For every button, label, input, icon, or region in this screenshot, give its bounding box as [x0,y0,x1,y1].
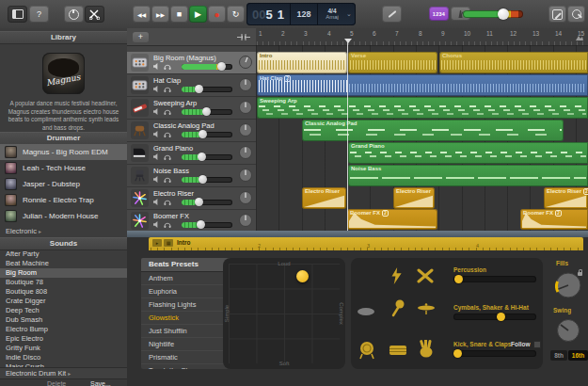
editor-region-header[interactable]: ▸ ▦ Intro 2 3 4 [149,237,583,250]
eighth-note-button[interactable]: 8th [550,350,567,361]
master-volume-knob[interactable] [498,8,509,20]
stop-button[interactable]: ■ [170,6,188,23]
track-resize-icon[interactable] [237,33,250,41]
region-boomer-fx[interactable]: Boomer FX2 [520,209,588,230]
lcd-display[interactable]: 00 5 1 128 4/4 Amaj ⌄ [246,3,356,25]
sound-item[interactable]: Dub Smash [0,315,127,325]
rewind-button[interactable]: ◀◀ [133,6,151,23]
sound-item[interactable]: Indie Disco [0,353,127,362]
solo-headphones-icon[interactable] [164,153,171,160]
loop-browser-button[interactable] [567,6,585,23]
genre-disclosure[interactable]: Electronic ▸ [6,227,41,235]
kit-disclosure[interactable]: Electronic Drum Kit ▸ [0,367,127,378]
cycle-button[interactable]: ↻ [227,6,245,23]
tuner-button[interactable] [382,6,402,23]
track-row[interactable]: Sweeping Arp [127,97,256,120]
mute-icon[interactable] [153,176,160,183]
drummer-item[interactable]: Julian - Modern House [0,208,127,224]
notepad-button[interactable] [548,6,566,23]
xy-puck[interactable] [296,270,309,282]
timeline-ruler[interactable]: 1 2 3 4 5 6 7 8 9 10 11 12 13 14 15 [256,28,588,46]
sixteenth-note-button[interactable]: 16th [568,350,588,361]
region-drummer-intro[interactable]: Intro [257,52,347,73]
tambourine-lightning-icon[interactable] [389,267,404,284]
kick-drum-icon[interactable] [358,341,375,360]
region-boomer-fx[interactable]: Boomer FX2 [347,209,437,230]
track-pan-knob[interactable] [238,213,253,232]
track-row[interactable]: Hat Clap [127,74,256,97]
track-row[interactable]: Classic Analog Pad [127,120,256,142]
clap-hand-icon[interactable] [419,340,435,358]
sound-item[interactable]: Gritty Funk [0,344,127,353]
save-button[interactable]: Save... [90,380,111,386]
drummer-item[interactable]: Magnus - Big Room EDM [0,144,127,160]
track-volume-slider[interactable] [182,177,232,183]
cymbal-icon[interactable] [417,302,436,315]
cymbals-slider[interactable] [453,314,536,320]
track-row[interactable]: Big Room (Magnus) [127,52,256,74]
add-track-button[interactable]: + [133,32,149,42]
shaker-oval-icon-disabled[interactable] [357,307,375,316]
editors-button[interactable] [85,6,104,23]
snap-icon[interactable] [575,34,584,41]
snare-drum-icon[interactable] [389,343,407,358]
sound-item[interactable]: Electro Bump [0,325,127,334]
track-row[interactable]: Noise Bass [127,165,256,187]
mute-icon[interactable] [153,63,160,70]
master-volume-slider[interactable] [463,10,523,18]
track-pan-knob[interactable] [238,100,253,119]
region-sweeping-arp[interactable]: Sweeping Arp [257,97,588,119]
sound-item[interactable]: Epic Electro [0,334,127,344]
mute-icon[interactable] [153,153,160,160]
record-button[interactable]: ● [208,6,226,23]
track-row[interactable]: Grand Piano [127,142,256,165]
xy-pad[interactable]: Loud Soft Simple Complex [223,258,345,369]
track-pan-knob[interactable] [238,168,253,186]
sticks-icon[interactable] [417,268,434,283]
track-pan-knob[interactable] [238,190,253,209]
solo-headphones-icon[interactable] [164,176,171,183]
maraca-icon[interactable] [390,299,405,318]
drummer-item[interactable]: Jasper - Dubstep [0,176,127,192]
smart-controls-button[interactable] [64,6,84,23]
track-volume-slider[interactable] [182,222,232,228]
track-pan-knob[interactable] [238,55,253,73]
region-grand-piano[interactable]: Grand Piano [348,142,588,164]
play-button[interactable]: ▶ [189,6,207,23]
solo-headphones-icon[interactable] [164,108,171,115]
drummer-item[interactable]: Ronnie - Electro Trap [0,192,127,208]
mute-icon[interactable] [153,199,160,205]
track-volume-slider[interactable] [182,87,232,92]
sound-item[interactable]: Boutique 78 [0,278,127,287]
library-toggle-button[interactable] [8,6,27,23]
solo-headphones-icon[interactable] [164,221,171,228]
playhead-line[interactable] [347,41,348,231]
mute-icon[interactable] [153,221,160,228]
percussion-slider-knob[interactable] [454,275,463,283]
solo-headphones-icon[interactable] [164,63,171,70]
region-electro-riser[interactable]: Electro Riser2 [544,187,588,209]
solo-headphones-icon[interactable] [164,131,171,137]
count-in-button[interactable]: 1234 [429,7,449,21]
fills-knob[interactable] [552,269,584,301]
mute-icon[interactable] [153,108,160,115]
solo-headphones-icon[interactable] [164,199,171,205]
track-pan-knob[interactable] [238,122,253,141]
track-pan-knob[interactable] [238,145,253,164]
sound-item[interactable]: Boutique 808 [0,287,127,297]
kick-snare-slider-knob[interactable] [453,349,462,358]
track-pan-knob[interactable] [238,77,253,96]
region-grid-icon[interactable]: ▦ [164,239,173,247]
region-drummer-verse[interactable]: Verse [348,52,437,73]
track-row[interactable]: Boomer FX [127,210,256,231]
region-electro-riser[interactable]: Electro Riser [393,187,435,209]
mute-icon[interactable] [153,131,160,137]
region-hat-clap[interactable]: Hat Clap2 [257,74,588,96]
editor-divider[interactable] [127,231,588,237]
follow-checkbox[interactable] [533,341,541,348]
swing-knob[interactable] [554,316,582,345]
region-analog-pad[interactable]: Classic Analog Pad [302,120,564,141]
solo-headphones-icon[interactable] [164,86,171,92]
region-noise-bass[interactable]: Noise Bass [348,165,588,186]
sound-item[interactable]: Deep Tech [0,306,127,315]
